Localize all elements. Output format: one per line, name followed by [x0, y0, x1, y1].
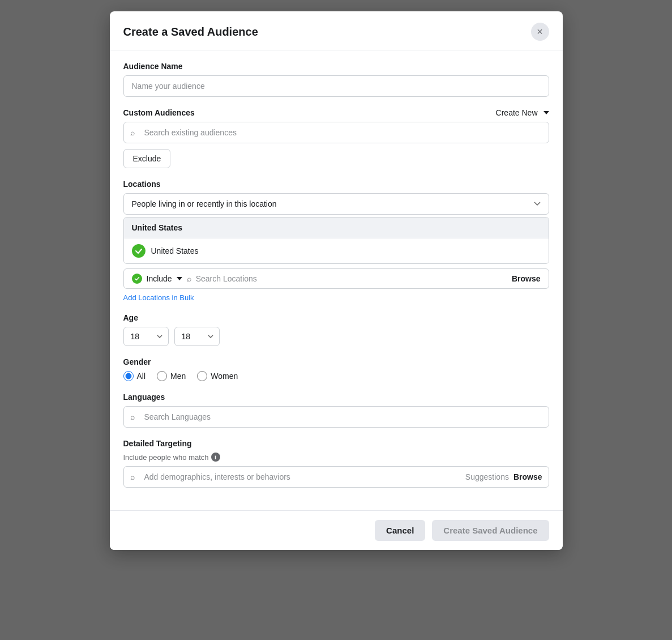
custom-audiences-section: Custom Audiences Create New ⌕ Exclude: [123, 108, 549, 168]
locations-box-header: United States: [124, 217, 549, 238]
gender-men-label[interactable]: Men: [157, 371, 186, 381]
locations-label: Locations: [123, 180, 549, 189]
gender-men-text: Men: [170, 372, 186, 381]
gender-section: Gender All Men Women: [123, 357, 549, 381]
checkmark-icon: [135, 247, 143, 255]
age-section: Age 13 14 15 16 17 18 19 20 21 22 25: [123, 313, 549, 346]
location-browse-button[interactable]: Browse: [512, 274, 541, 283]
detailed-targeting-sublabel: Include people who match i: [123, 453, 549, 462]
modal-overlay: Create a Saved Audience × Audience Name …: [0, 0, 672, 640]
cancel-button[interactable]: Cancel: [375, 520, 425, 541]
detailed-targeting-label: Detailed Targeting: [123, 439, 549, 448]
chevron-down-icon: [543, 111, 549, 114]
targeting-actions: Suggestions Browse: [465, 472, 542, 481]
include-label: Include: [147, 274, 172, 283]
gender-women-radio[interactable]: [197, 371, 207, 381]
custom-audiences-header: Custom Audiences Create New: [123, 108, 549, 117]
languages-label: Languages: [123, 392, 549, 402]
languages-search-input[interactable]: [123, 406, 549, 428]
add-locations-bulk-link[interactable]: Add Locations in Bulk: [123, 293, 194, 302]
gender-men-radio[interactable]: [157, 371, 167, 381]
gender-all-label[interactable]: All: [123, 371, 146, 381]
info-icon: i: [211, 453, 220, 462]
languages-search-wrapper: ⌕: [123, 406, 549, 428]
suggestions-text: Suggestions: [465, 472, 509, 481]
detailed-targeting-sublabel-text: Include people who match: [123, 453, 209, 462]
detailed-targeting-section: Detailed Targeting Include people who ma…: [123, 439, 549, 488]
age-selects: 13 14 15 16 17 18 19 20 21 22 25 30 35 4…: [123, 327, 549, 346]
locations-section: Locations People living in or recently i…: [123, 180, 549, 302]
create-new-label: Create New: [496, 108, 538, 117]
create-new-button[interactable]: Create New: [496, 108, 549, 117]
languages-section: Languages ⌕: [123, 392, 549, 428]
include-button[interactable]: Include: [147, 274, 182, 283]
modal-dialog: Create a Saved Audience × Audience Name …: [110, 11, 563, 550]
exclude-button[interactable]: Exclude: [123, 149, 171, 168]
search-icon: ⌕: [130, 128, 135, 137]
location-search-icon: ⌕: [187, 274, 191, 283]
location-search-row: Include ⌕ Browse: [123, 268, 549, 289]
close-button[interactable]: ×: [531, 23, 549, 41]
location-search-input[interactable]: [196, 274, 507, 283]
audience-name-label: Audience Name: [123, 62, 549, 71]
gender-all-text: All: [137, 372, 146, 381]
age-max-select[interactable]: 18 19 20 21 22 25 30 35 40 45 50 55 60 6…: [174, 327, 220, 346]
custom-audiences-label: Custom Audiences: [123, 108, 195, 117]
languages-search-icon: ⌕: [130, 412, 135, 421]
age-label: Age: [123, 313, 549, 322]
locations-box: United States United States: [123, 217, 549, 264]
create-saved-audience-button[interactable]: Create Saved Audience: [432, 520, 549, 541]
location-item-text: United States: [151, 246, 199, 255]
targeting-browse-button[interactable]: Browse: [513, 472, 542, 481]
modal-header: Create a Saved Audience ×: [110, 11, 563, 50]
modal-title: Create a Saved Audience: [123, 25, 258, 39]
location-item-us: United States: [124, 238, 549, 263]
audience-name-input[interactable]: [123, 75, 549, 97]
gender-options: All Men Women: [123, 371, 549, 381]
custom-audiences-search-wrapper: ⌕: [123, 122, 549, 143]
custom-audiences-search-input[interactable]: [123, 122, 549, 143]
include-chevron-icon: [177, 277, 182, 280]
location-tag-icon: [132, 244, 145, 258]
gender-women-text: Women: [211, 372, 238, 381]
gender-women-label[interactable]: Women: [197, 371, 238, 381]
gender-label: Gender: [123, 357, 549, 366]
modal-body: Audience Name Custom Audiences Create Ne…: [110, 50, 563, 510]
audience-name-section: Audience Name: [123, 62, 549, 97]
checkmark-small-icon: [134, 276, 140, 281]
targeting-search-icon: ⌕: [130, 472, 135, 481]
locations-dropdown[interactable]: People living in or recently in this loc…: [123, 193, 549, 215]
modal-footer: Cancel Create Saved Audience: [110, 510, 563, 550]
age-min-select[interactable]: 13 14 15 16 17 18 19 20 21 22 25 30 35 4…: [123, 327, 169, 346]
gender-all-radio[interactable]: [123, 371, 134, 381]
targeting-input-wrapper: ⌕ Suggestions Browse: [123, 466, 549, 488]
close-icon: ×: [537, 26, 543, 38]
include-icon: [132, 274, 142, 284]
